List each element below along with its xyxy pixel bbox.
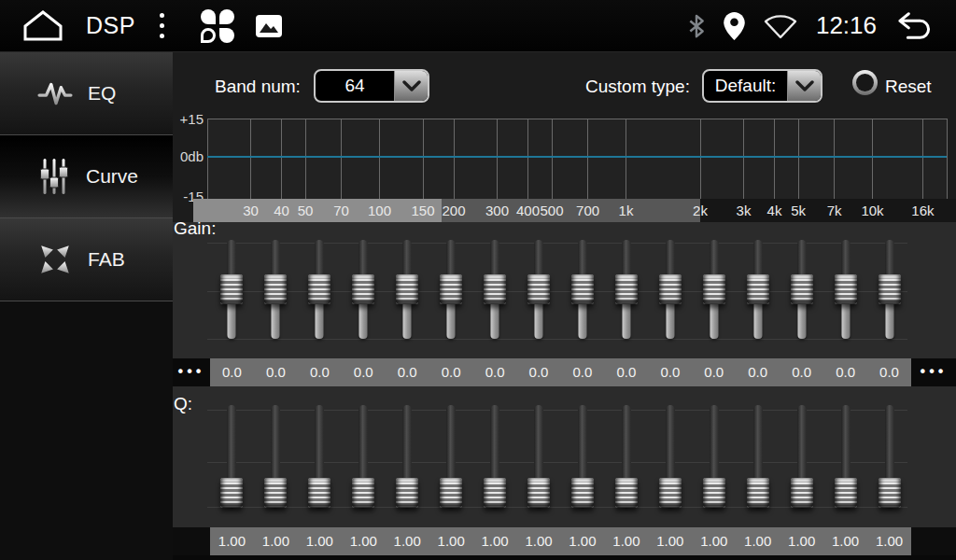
slider-thumb[interactable] [220, 478, 243, 508]
freq-tick-label: 700 [576, 199, 599, 222]
slider-thumb[interactable] [615, 274, 638, 304]
home-icon[interactable] [22, 9, 63, 43]
gain-slider[interactable] [648, 238, 692, 341]
gain-slider[interactable] [736, 238, 780, 341]
curve-sliders-icon [37, 157, 71, 196]
q-slider[interactable] [342, 403, 386, 509]
slider-thumb[interactable] [659, 274, 682, 304]
grid-line [743, 119, 744, 199]
gain-slider[interactable] [780, 238, 823, 341]
q-slider[interactable] [780, 403, 823, 509]
gain-slider[interactable] [254, 238, 298, 341]
slider-thumb[interactable] [352, 478, 374, 508]
q-slider[interactable] [692, 403, 736, 509]
gain-slider[interactable] [561, 238, 605, 341]
q-slider[interactable] [473, 403, 517, 509]
slider-thumb[interactable] [703, 478, 725, 508]
gain-slider[interactable] [823, 238, 867, 341]
sidebar-item-fab[interactable]: FAB [0, 218, 173, 301]
q-slider[interactable] [254, 403, 298, 509]
slider-thumb[interactable] [527, 478, 550, 508]
slider-thumb[interactable] [835, 478, 857, 508]
gain-value: 0.0 [736, 358, 780, 386]
slider-thumb[interactable] [747, 274, 769, 304]
clock: 12:16 [816, 11, 877, 40]
slider-thumb[interactable] [615, 478, 638, 508]
custom-type-dropdown[interactable]: Default: [702, 69, 822, 103]
gain-slider[interactable] [298, 238, 342, 341]
freq-tick-label: 5k [791, 199, 806, 222]
slider-thumb[interactable] [659, 478, 682, 508]
slider-thumb[interactable] [264, 478, 287, 508]
slider-thumb[interactable] [791, 478, 813, 508]
slider-thumb[interactable] [440, 478, 462, 508]
q-slider[interactable] [561, 403, 605, 509]
sidebar-item-eq[interactable]: EQ [0, 52, 173, 135]
gain-slider[interactable] [692, 238, 736, 341]
gain-slider[interactable] [517, 238, 561, 341]
q-value: 1.00 [254, 527, 298, 555]
q-slider[interactable] [210, 403, 254, 509]
slider-thumb[interactable] [396, 478, 418, 508]
slider-thumb[interactable] [308, 274, 330, 304]
gallery-icon[interactable] [256, 15, 282, 37]
freq-tick-label: 500 [541, 199, 564, 222]
gain-slider[interactable] [473, 238, 517, 341]
slider-thumb[interactable] [879, 274, 901, 304]
q-slider[interactable] [736, 403, 780, 509]
slider-thumb[interactable] [791, 274, 813, 304]
gain-slider[interactable] [429, 238, 473, 341]
q-value: 1.00 [692, 527, 736, 555]
gain-slider[interactable] [342, 238, 386, 341]
slider-thumb[interactable] [220, 274, 243, 304]
slider-thumb[interactable] [879, 478, 901, 508]
slider-thumb[interactable] [835, 274, 857, 304]
slider-thumb[interactable] [440, 274, 462, 304]
slider-thumb[interactable] [571, 478, 594, 508]
chevron-down-icon[interactable] [787, 71, 821, 101]
q-slider[interactable] [429, 403, 473, 509]
frequency-axis: 304050701001502003004005007001k2k3k4k5k7… [193, 199, 956, 222]
back-arrow-icon[interactable] [894, 10, 934, 42]
band-num-label: Band num: [215, 77, 301, 97]
q-slider[interactable] [823, 403, 867, 509]
slider-thumb[interactable] [352, 274, 374, 304]
slider-thumb[interactable] [747, 478, 769, 508]
slider-thumb[interactable] [396, 274, 418, 304]
gain-value: 0.0 [429, 358, 473, 386]
gain-scroll-left-button[interactable]: ••• [173, 358, 210, 386]
gain-value: 0.0 [254, 358, 298, 386]
chevron-down-icon[interactable] [394, 71, 428, 101]
slider-thumb[interactable] [484, 478, 506, 508]
q-slider[interactable] [867, 403, 911, 509]
q-value: 1.00 [298, 527, 342, 555]
slider-thumb[interactable] [308, 478, 330, 508]
clover-apps-icon[interactable] [200, 7, 237, 45]
eq-waveform-icon [37, 76, 73, 111]
reset-radio-button[interactable] [852, 70, 878, 95]
q-slider[interactable] [648, 403, 692, 509]
freq-axis-segment [193, 199, 442, 222]
slider-thumb[interactable] [703, 274, 725, 304]
slider-thumb[interactable] [264, 274, 287, 304]
gain-slider[interactable] [210, 238, 254, 341]
gain-slider[interactable] [386, 238, 429, 341]
freq-tick-label: 1k [619, 199, 634, 222]
q-slider[interactable] [517, 403, 561, 509]
kebab-menu-icon[interactable] [156, 9, 168, 42]
q-value: 1.00 [604, 527, 648, 555]
gain-slider[interactable] [604, 238, 648, 341]
sidebar-item-curve[interactable]: Curve [0, 135, 173, 218]
grid-line [497, 119, 498, 199]
slider-thumb[interactable] [527, 274, 550, 304]
q-slider[interactable] [604, 403, 648, 509]
gain-slider[interactable] [867, 238, 911, 341]
q-slider[interactable] [386, 403, 429, 509]
q-slider[interactable] [298, 403, 342, 509]
slider-thumb[interactable] [571, 274, 594, 304]
gain-scroll-right-button[interactable]: ••• [911, 358, 956, 386]
band-num-dropdown[interactable]: 64 [314, 69, 429, 103]
slider-thumb[interactable] [484, 274, 506, 304]
freq-tick-label: 100 [368, 199, 391, 222]
grid-line [798, 119, 799, 199]
